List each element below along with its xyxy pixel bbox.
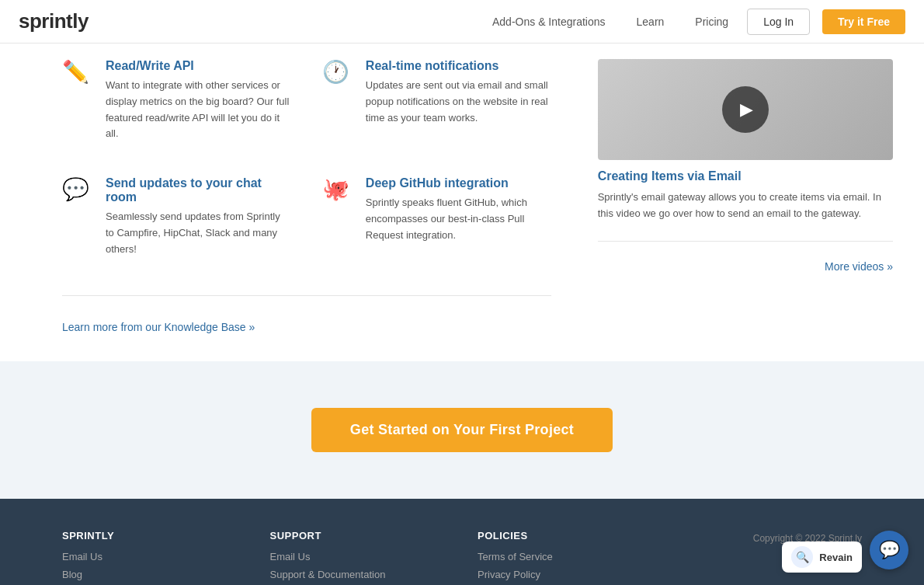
footer-sprintly-email[interactable]: Email Us [62,551,239,562]
feature-github: 🐙 Deep GitHub integration Sprintly speak… [322,176,551,257]
login-button[interactable]: Log In [747,9,810,35]
right-column: Creating Items via Email Sprintly's emai… [582,44,924,361]
knowledge-base-link[interactable]: Learn more from our Knowledge Base » [62,321,255,333]
video-desc: Sprintly's email gateway allows you to c… [598,190,893,222]
cta-button[interactable]: Get Started on Your First Project [311,408,613,452]
video-thumbnail[interactable] [598,59,893,160]
chat-widget[interactable]: 💬 [870,531,908,569]
footer-policies-title: POLICIES [478,530,655,541]
feature-send-updates-text: Send updates to your chat room Seamlessl… [106,176,291,257]
footer-col-sprintly: SPRINTLY Email Us Blog @sprintly [62,530,239,585]
footer-terms[interactable]: Terms of Service [478,551,655,562]
video-image [598,59,893,160]
footer-support-title: SUPPORT [270,530,447,541]
navbar-links: Add-Ons & Integrations Learn Pricing Log… [480,9,905,35]
footer-support-docs[interactable]: Support & Documentation [270,569,447,580]
realtime-icon: 🕐 [322,59,353,142]
features-grid: ✏️ Read/Write API Want to integrate with… [62,59,551,277]
revain-icon: 🔍 [791,546,813,568]
footer-col-support: SUPPORT Email Us Support & Documentation… [270,530,447,585]
footer-grid: SPRINTLY Email Us Blog @sprintly SUPPORT… [62,530,862,585]
left-divider [62,295,551,296]
feature-realtime-text: Real-time notifications Updates are sent… [366,59,551,142]
feature-realtime-title: Real-time notifications [366,59,551,73]
logo-text: sprintly [19,9,89,33]
github-icon: 🐙 [322,176,353,257]
nav-pricing[interactable]: Pricing [683,9,741,34]
footer-sprintly-blog[interactable]: Blog [62,569,239,580]
nav-add-ons[interactable]: Add-Ons & Integrations [480,9,618,34]
play-button[interactable] [722,86,769,133]
logo: sprintly [19,9,89,33]
main-content: ✏️ Read/Write API Want to integrate with… [0,44,924,585]
left-column: ✏️ Read/Write API Want to integrate with… [0,44,582,361]
feature-read-write-api-title: Read/Write API [106,59,291,73]
video-title: Creating Items via Email [598,169,893,183]
footer-col-policies: POLICIES Terms of Service Privacy Policy [478,530,655,585]
footer-sprintly-title: SPRINTLY [62,530,239,541]
revain-widget[interactable]: 🔍 Revain [782,541,862,573]
cta-section: Get Started on Your First Project [0,361,924,499]
feature-realtime-desc: Updates are sent out via email and small… [366,78,551,126]
feature-read-write-api: ✏️ Read/Write API Want to integrate with… [62,59,291,142]
feature-send-updates: 💬 Send updates to your chat room Seamles… [62,176,291,257]
feature-github-desc: Sprintly speaks fluent GitHub, which enc… [366,195,551,243]
chat-icon: 💬 [62,176,93,257]
chat-icon: 💬 [879,540,900,560]
feature-github-text: Deep GitHub integration Sprintly speaks … [366,176,551,257]
read-write-api-icon: ✏️ [62,59,93,142]
try-free-button[interactable]: Try it Free [822,9,905,34]
nav-learn[interactable]: Learn [624,9,677,34]
right-divider [598,241,893,242]
left-more-links: Learn more from our Knowledge Base » [62,315,551,346]
footer-support-email[interactable]: Email Us [270,551,447,562]
navbar: sprintly Add-Ons & Integrations Learn Pr… [0,0,924,44]
more-videos-link[interactable]: More videos » [825,260,893,273]
feature-send-updates-desc: Seamlessly send updates from Sprintly to… [106,209,291,257]
feature-read-write-api-text: Read/Write API Want to integrate with ot… [106,59,291,142]
feature-send-updates-title: Send updates to your chat room [106,176,291,204]
footer-privacy[interactable]: Privacy Policy [478,569,655,580]
feature-realtime-notifications: 🕐 Real-time notifications Updates are se… [322,59,551,142]
feature-read-write-api-desc: Want to integrate with other services or… [106,78,291,142]
feature-github-title: Deep GitHub integration [366,176,551,190]
revain-label: Revain [819,552,853,563]
content-wrapper: ✏️ Read/Write API Want to integrate with… [0,44,924,361]
